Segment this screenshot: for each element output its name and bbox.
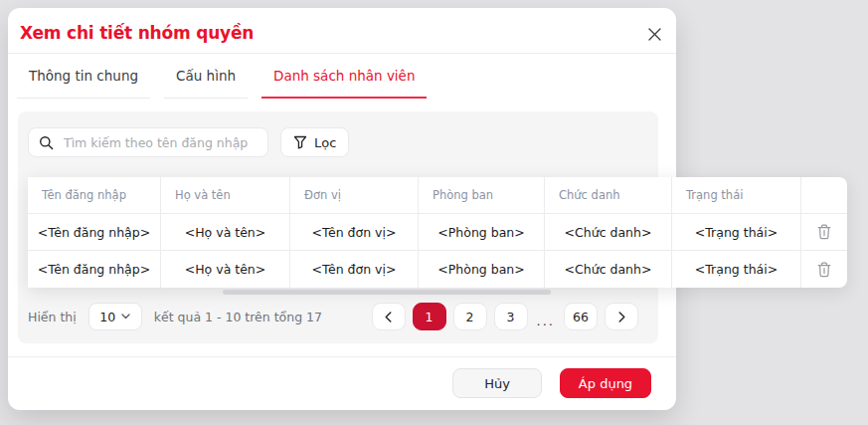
page-size-label: Hiển thị [28, 310, 77, 324]
page-button-1[interactable]: 1 [413, 303, 446, 330]
page-buttons: 1 2 3 ... 66 [372, 303, 638, 330]
tab-bar: Thông tin chung Cấu hình Danh sách nhân … [17, 58, 427, 99]
cancel-button[interactable]: Hủy [452, 368, 542, 398]
page-button-66[interactable]: 66 [564, 303, 598, 330]
table-cell: <Chức danh> [545, 214, 672, 251]
table-cell: <Tên đơn vị> [290, 251, 419, 288]
next-page-button[interactable] [605, 303, 638, 330]
chevron-down-icon [121, 314, 130, 319]
tab-thong-tin-chung[interactable]: Thông tin chung [17, 58, 150, 99]
table-cell: <Tên đơn vị> [290, 214, 419, 251]
delete-row-button[interactable] [801, 214, 847, 251]
table-cell: <Họ và tên> [161, 251, 290, 288]
chevron-right-icon [618, 312, 625, 322]
page-size-select[interactable]: 10 [88, 303, 142, 330]
close-icon [647, 27, 662, 46]
results-summary: kết quả 1 - 10 trên tổng 17 [154, 310, 322, 324]
page-ellipsis: ... [535, 306, 557, 328]
page-size-value: 10 [99, 310, 115, 324]
pagination: Hiển thị 10 kết quả 1 - 10 trên tổng 17 … [28, 303, 638, 330]
apply-button[interactable]: Áp dụng [560, 368, 651, 398]
table-cell: <Họ và tên> [161, 214, 290, 251]
column-header-phong-ban: Phòng ban [419, 177, 545, 214]
column-header-don-vi: Đơn vị [290, 177, 419, 214]
trash-icon [817, 224, 831, 240]
trash-icon [817, 262, 831, 278]
delete-row-button[interactable] [801, 251, 847, 288]
column-header-actions [801, 177, 847, 214]
employee-table: Tên đăng nhập Họ và tên Đơn vị Phòng ban… [28, 177, 847, 288]
column-header-chuc-danh: Chức danh [545, 177, 672, 214]
column-header-ten-dang-nhap: Tên đăng nhập [28, 177, 161, 214]
horizontal-scrollbar-thumb[interactable] [223, 290, 551, 295]
page-button-2[interactable]: 2 [453, 303, 487, 330]
table-cell: <Phòng ban> [419, 251, 545, 288]
chevron-left-icon [385, 312, 392, 322]
table-cell: <Chức danh> [545, 251, 672, 288]
header-divider [8, 53, 676, 54]
search-box [28, 127, 268, 157]
table-cell: <Tên đăng nhập> [28, 251, 161, 288]
filter-icon [293, 135, 307, 149]
page-title: Xem chi tiết nhóm quyền [20, 23, 254, 43]
prev-page-button[interactable] [372, 303, 406, 330]
table-cell: <Trạng thái> [672, 214, 801, 251]
search-icon [39, 135, 54, 150]
filter-button-label: Lọc [314, 135, 336, 150]
close-button[interactable] [645, 27, 663, 45]
tab-danh-sach-nhan-vien[interactable]: Danh sách nhân viên [261, 58, 427, 99]
page-button-3[interactable]: 3 [494, 303, 528, 330]
filter-button[interactable]: Lọc [280, 127, 349, 157]
table-cell: <Tên đăng nhập> [28, 214, 161, 251]
search-input[interactable] [62, 134, 258, 151]
column-header-trang-thai: Trạng thái [672, 177, 801, 214]
footer-divider [8, 356, 676, 357]
tab-cau-hinh[interactable]: Cấu hình [164, 58, 248, 99]
table-cell: <Phòng ban> [419, 214, 545, 251]
table-cell: <Trạng thái> [672, 251, 801, 288]
column-header-ho-va-ten: Họ và tên [161, 177, 290, 214]
footer-actions: Hủy Áp dụng [452, 368, 651, 398]
